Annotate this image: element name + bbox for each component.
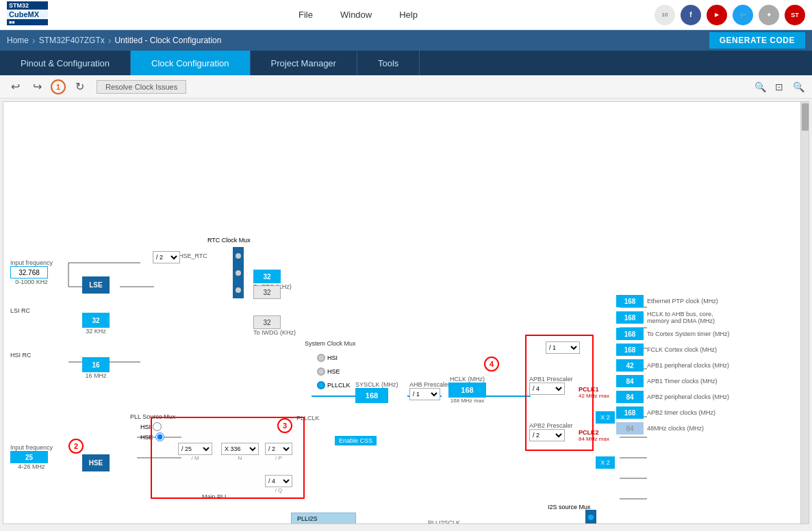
enable-css-container: Enable CSS (335, 436, 377, 445)
output-label-5: APB1 Timer clocks (MHz) (647, 378, 718, 385)
x2-apb2-button: X 2 (596, 456, 615, 469)
output-field-3[interactable] (616, 344, 644, 356)
output-row-0: Ethernet PTP clock (MHz) (616, 295, 730, 307)
input-freq-lse-field[interactable] (10, 266, 48, 279)
lsi-button[interactable]: 32 (82, 313, 110, 328)
undo-button[interactable]: ↩ (7, 79, 23, 95)
i2s-mux-block (585, 510, 596, 524)
divQ-select[interactable]: / 4 (265, 475, 292, 487)
anniversary-icon: 10 (655, 5, 675, 25)
output-field-8[interactable] (616, 422, 644, 435)
mulN-container: X 336 N (221, 443, 259, 461)
outputs-container: Ethernet PTP clock (MHz) HCLK to AHB bus… (616, 295, 730, 435)
lsi-32-container: To IWDG (KHz) (253, 315, 296, 336)
tab-clock[interactable]: Clock Configuration (131, 51, 250, 75)
output-row-2: To Cortex System timer (MHz) (616, 328, 730, 340)
i2s-mux-dot1[interactable] (588, 515, 594, 520)
hclk-container: HCLK (MHz) 168 MHz max (448, 376, 486, 404)
output-field-4[interactable] (616, 359, 644, 372)
div1-top-select[interactable]: / 1 (546, 341, 580, 354)
mulN-select[interactable]: X 336 (221, 443, 259, 455)
input-freq-hse-label: Input frequency 4-26 MHz (10, 444, 53, 470)
breadcrumb-page: Untitled - Clock Configuration (114, 36, 221, 45)
clock-diagram: Input frequency 0-1000 KHz LSE LSI RC 32… (3, 102, 809, 523)
lse-button[interactable]: LSE (82, 276, 110, 294)
sysclk-container: SYSCLK (MHz) (355, 381, 398, 403)
network-icon[interactable]: ✦ (759, 5, 779, 25)
generate-code-button[interactable]: GENERATE CODE (709, 32, 805, 49)
facebook-icon[interactable]: f (681, 5, 701, 25)
refresh-button[interactable]: ↻ (71, 79, 88, 95)
apb2-prescaler-select[interactable]: / 2 (529, 429, 565, 441)
hsi-button[interactable]: 16 (82, 357, 110, 372)
apb1-prescaler-container: APB1 Prescaler / 4 (529, 376, 573, 395)
scrollbar-vertical[interactable] (800, 102, 809, 523)
scrollbar-thumb[interactable] (802, 103, 809, 131)
input-freq-hse-field[interactable] (10, 451, 48, 463)
ahb-prescaler-select[interactable]: / 1 (409, 388, 440, 400)
hsi-pll-radio[interactable] (153, 422, 162, 431)
rtc-mux-dot3[interactable] (236, 287, 241, 293)
lse-32-field[interactable] (253, 285, 281, 299)
menu-help[interactable]: Help (399, 10, 418, 20)
hse-pll-radio[interactable] (155, 432, 164, 441)
plli2sclk-label: PLLI2SCLK (428, 518, 460, 524)
hclk-field[interactable] (448, 383, 486, 398)
menu-window[interactable]: Window (340, 10, 372, 20)
rtc-mux-dot2[interactable] (236, 270, 241, 276)
redo-button[interactable]: ↪ (29, 79, 45, 95)
output-row-7: APB2 timer clocks (MHz) (616, 406, 730, 419)
output-field-6[interactable] (616, 391, 644, 403)
zoom-in-button[interactable]: 🔍 (753, 80, 767, 94)
hse-button[interactable]: HSE (82, 454, 110, 471)
tab-tools[interactable]: Tools (357, 51, 420, 75)
menu-file[interactable]: File (299, 10, 313, 20)
output-label-6: APB2 peripheral clocks (MHz) (647, 393, 729, 400)
lsi-32-field[interactable] (253, 315, 281, 329)
output-field-2[interactable] (616, 328, 644, 340)
output-field-5[interactable] (616, 375, 644, 387)
enable-css-button[interactable]: Enable CSS (335, 436, 377, 445)
tab-pinout[interactable]: Pinout & Configuration (0, 51, 131, 75)
lsi-block: 32 32 KHz (82, 313, 110, 335)
breadcrumb-home[interactable]: Home (7, 36, 29, 45)
divQ-container: / 4 / Q (265, 475, 292, 493)
toolbar: ↩ ↪ 1 ↻ Resolve Clock Issues 🔍 ⊡ 🔍 (0, 75, 812, 99)
div2-select[interactable]: / 2 (265, 443, 292, 455)
rtc-out-field[interactable] (253, 270, 281, 283)
output-row-5: APB1 Timer clocks (MHz) (616, 375, 730, 387)
clock-diagram-canvas: Input frequency 0-1000 KHz LSE LSI RC 32… (3, 101, 809, 524)
twitter-icon[interactable]: 🐦 (733, 5, 753, 25)
output-field-1[interactable] (616, 311, 644, 324)
output-field-7[interactable] (616, 406, 644, 419)
pclk2-label: PCLK2 84 MHz max (579, 429, 609, 442)
apb1-prescaler-select[interactable]: / 4 (529, 383, 565, 395)
hse-div2-container: / 2 (153, 251, 180, 263)
output-label-7: APB2 timer clocks (MHz) (647, 409, 715, 416)
output-label-3: FCLK Cortex clock (MHz) (647, 346, 717, 353)
tabbar: Pinout & Configuration Clock Configurati… (0, 51, 812, 75)
pll-source-mux: HSI HSE (140, 422, 164, 441)
div25-container: / 25 / M (178, 443, 212, 461)
zoom-out-button[interactable]: 🔍 (791, 80, 805, 94)
hse-pll-label: HSE (140, 434, 153, 441)
breadcrumb-board[interactable]: STM32F407ZGTx (39, 36, 105, 45)
step1-button[interactable]: 1 (51, 79, 66, 94)
sysclk-field[interactable] (355, 388, 388, 403)
hse-mux-radio[interactable] (317, 367, 325, 376)
tab-project[interactable]: Project Manager (251, 51, 357, 75)
output-row-6: APB2 peripheral clocks (MHz) (616, 391, 730, 403)
output-row-1: HCLK to AHB bus, core, memory and DMA (M… (616, 311, 730, 324)
pllclk-mux-radio[interactable] (317, 381, 325, 389)
resolve-issues-button[interactable]: Resolve Clock Issues (97, 80, 186, 94)
hse-div2-select[interactable]: / 2 (153, 251, 180, 263)
hsi-mux-radio[interactable] (317, 354, 325, 362)
input-freq-lse-label: Input frequency 0-1000 KHz (10, 259, 53, 285)
x2-apb2: X 2 (596, 456, 615, 469)
rtc-mux-dot1[interactable] (236, 253, 241, 259)
output-field-0[interactable] (616, 295, 644, 307)
youtube-icon[interactable]: ▶ (707, 5, 727, 25)
zoom-fit-button[interactable]: ⊡ (772, 80, 786, 94)
pll-source-mux-label: PLL Source Mux (130, 413, 175, 420)
div25-select[interactable]: / 25 (178, 443, 212, 455)
